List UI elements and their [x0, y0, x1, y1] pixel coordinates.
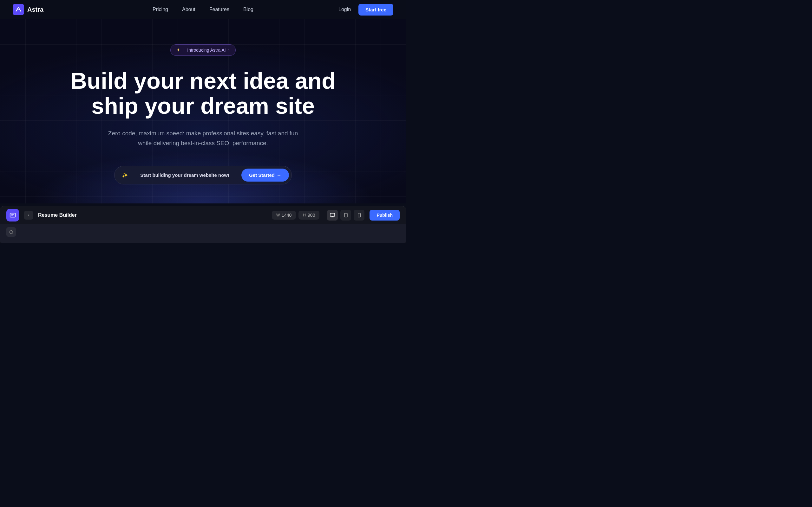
panel-height[interactable]: H 900 [299, 211, 319, 220]
badge-divider [184, 48, 184, 52]
login-button[interactable]: Login [339, 7, 351, 12]
publish-button[interactable]: Publish [369, 210, 400, 221]
nav-blog[interactable]: Blog [243, 7, 253, 12]
cta-bar: ✨ Start building your dream website now!… [114, 166, 292, 184]
height-value: 900 [308, 213, 315, 218]
bottom-panel: ‹ Resume Builder W 1440 H 900 [0, 206, 406, 243]
logo[interactable]: Astra [13, 4, 44, 15]
panel-small-icon-1[interactable] [6, 227, 16, 237]
badge-sparkle-icon: ✦ [176, 47, 181, 53]
svg-point-6 [9, 230, 13, 233]
hero-title-line1: Build your next idea and [70, 68, 336, 94]
badge-chevron-icon: › [229, 48, 230, 52]
nav-links: Pricing About Features Blog [153, 7, 253, 12]
width-label: W [276, 213, 280, 217]
panel-content [0, 224, 406, 243]
get-started-arrow-icon: → [276, 172, 281, 178]
second-icon-row [0, 224, 406, 240]
desktop-view-button[interactable] [327, 210, 338, 221]
nav-about[interactable]: About [182, 7, 195, 12]
svg-point-3 [346, 216, 346, 217]
panel-width[interactable]: W 1440 [272, 211, 296, 220]
height-label: H [303, 213, 306, 217]
panel-dimensions: W 1440 H 900 [272, 211, 320, 220]
svg-rect-0 [10, 213, 15, 217]
cta-bar-text: Start building your dream website now! [140, 172, 229, 178]
hero-title: Build your next idea and ship your dream… [70, 68, 336, 118]
navbar: Astra Pricing About Features Blog Login … [0, 0, 406, 19]
start-free-button[interactable]: Start free [358, 4, 393, 15]
hero-badge[interactable]: ✦ Introducing Astra AI › [170, 44, 235, 56]
badge-text: Introducing Astra AI [187, 48, 225, 53]
tablet-view-button[interactable] [340, 210, 351, 221]
hero-subtitle: Zero code, maximum speed: make professio… [108, 129, 298, 148]
nav-actions: Login Start free [339, 4, 393, 15]
width-value: 1440 [282, 213, 292, 218]
mobile-view-button[interactable] [354, 210, 364, 221]
logo-text: Astra [27, 6, 44, 13]
panel-app-icon [6, 209, 19, 222]
get-started-button[interactable]: Get Started → [241, 169, 289, 181]
svg-point-5 [359, 216, 359, 217]
hero-title-line2: ship your dream site [91, 93, 315, 118]
nav-features[interactable]: Features [209, 7, 229, 12]
panel-title: Resume Builder [38, 212, 267, 218]
svg-rect-1 [330, 213, 335, 216]
get-started-label: Get Started [249, 172, 275, 178]
view-icons [327, 210, 364, 221]
panel-back-button[interactable]: ‹ [24, 211, 33, 220]
logo-icon [13, 4, 24, 15]
cta-sparkle-icon: ✨ [122, 172, 128, 178]
nav-pricing[interactable]: Pricing [153, 7, 168, 12]
panel-toolbar: ‹ Resume Builder W 1440 H 900 [0, 206, 406, 224]
hero-section: ✦ Introducing Astra AI › Build your next… [0, 19, 406, 204]
